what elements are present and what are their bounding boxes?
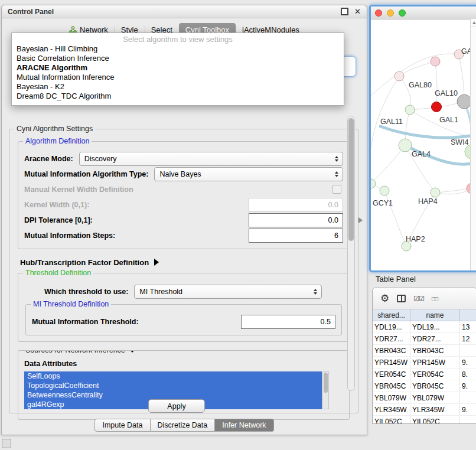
- settings-scrollbar[interactable]: [347, 116, 355, 391]
- table-cell[interactable]: YBL079W: [373, 392, 410, 403]
- table-cell[interactable]: 13: [460, 321, 476, 332]
- table-row[interactable]: YBR043C YBR043C: [373, 345, 476, 357]
- table-cell[interactable]: YIL052C: [373, 416, 410, 424]
- table-cell[interactable]: YBR043C: [373, 345, 410, 356]
- aracne-mode-label: Aracne Mode:: [24, 155, 73, 163]
- table-row[interactable]: YDL19... YDL19... 13: [373, 321, 476, 333]
- collapse-arrow-icon[interactable]: [129, 350, 136, 353]
- network-node[interactable]: [405, 105, 415, 115]
- hub-definition-section[interactable]: Hub/Transcription Factor Definition: [20, 257, 351, 267]
- mi-threshold-input[interactable]: 0.5: [241, 315, 335, 329]
- kernel-width-input[interactable]: 0.0: [249, 198, 343, 212]
- which-threshold-select[interactable]: MI Threshold: [134, 285, 322, 299]
- table-settings-gear-icon[interactable]: ⚙: [380, 294, 389, 304]
- column-selector-icon[interactable]: [397, 295, 406, 302]
- table-row[interactable]: YPR145W YPR145W 9.: [373, 357, 476, 369]
- table-cell[interactable]: [460, 392, 476, 403]
- table-cell[interactable]: 8.: [460, 369, 476, 380]
- combo-value: Naive Bayes: [159, 170, 201, 178]
- control-panel-titlebar[interactable]: Control Panel ✕: [2, 5, 367, 18]
- table-cell[interactable]: [460, 345, 476, 356]
- table-cell[interactable]: YDL19...: [373, 321, 410, 332]
- control-panel-window: Control Panel ✕ Network Style Select: [1, 5, 367, 435]
- table-row[interactable]: YBL079W YBL079W: [373, 392, 476, 404]
- table-panel-title: Table Panel: [376, 275, 416, 283]
- scrollbar-thumb[interactable]: [348, 118, 354, 241]
- expand-arrow-icon[interactable]: [154, 259, 159, 266]
- table-cell[interactable]: YBR045C: [410, 380, 460, 392]
- attribute-item[interactable]: BetweennessCentrality: [24, 390, 322, 400]
- column-header-shared[interactable]: shared...: [373, 309, 410, 321]
- table-cell[interactable]: YER054C: [373, 369, 410, 380]
- select-all-icon[interactable]: ☑☑: [413, 295, 424, 302]
- sources-group-title[interactable]: Sources for Network Inference: [23, 350, 138, 354]
- table-cell[interactable]: YIL052C: [410, 416, 460, 424]
- dropdown-item-basic-correlation[interactable]: Basic Correlation Inference: [12, 54, 344, 63]
- dropdown-item-bayesian-hill-climbing[interactable]: Bayesian - Hill Climbing: [12, 44, 344, 54]
- window-title: Control Panel: [8, 8, 54, 16]
- table-cell[interactable]: YLR345W: [410, 404, 460, 415]
- scrollbar-thumb[interactable]: [324, 373, 328, 393]
- field-value: 6: [334, 231, 338, 240]
- splitter-handle[interactable]: [358, 217, 363, 223]
- table-row[interactable]: YLR345W YLR345W 9.: [373, 404, 476, 416]
- dropdown-item-bayesian-k2[interactable]: Bayesian - K2: [12, 82, 344, 92]
- close-traffic-light-icon[interactable]: [375, 9, 382, 17]
- network-node[interactable]: [371, 179, 376, 188]
- table-row[interactable]: YIL052C YIL052C: [373, 416, 476, 424]
- table-row[interactable]: YBR045C YBR045C 9.: [373, 380, 476, 392]
- attribute-item[interactable]: SelfLoops: [24, 371, 322, 381]
- apply-button[interactable]: Apply: [148, 399, 205, 413]
- minimize-traffic-light-icon[interactable]: [387, 9, 394, 17]
- network-node-selected-red[interactable]: [432, 102, 442, 112]
- network-canvas[interactable]: GAL GAL80 GAL10 GAL11 GAL1 SWI4 GAL4 GCY…: [371, 19, 474, 267]
- tab-impute-data[interactable]: Impute Data: [94, 419, 150, 432]
- network-node[interactable]: [399, 139, 412, 152]
- table-cell[interactable]: 12: [460, 333, 476, 344]
- network-node[interactable]: [431, 188, 440, 197]
- network-node-gal10[interactable]: [457, 94, 471, 109]
- scroll-up-button[interactable]: [471, 19, 476, 27]
- close-icon[interactable]: ✕: [354, 8, 361, 15]
- table-cell[interactable]: [460, 416, 476, 424]
- table-cell[interactable]: 9.: [460, 380, 476, 392]
- dropdown-item-mutual-information[interactable]: Mutual Information Inference: [12, 73, 344, 82]
- mi-steps-input[interactable]: 6: [249, 229, 343, 243]
- aracne-mode-select[interactable]: Discovery: [79, 152, 343, 166]
- network-window-titlebar[interactable]: [371, 6, 476, 19]
- table-cell[interactable]: YDR27...: [410, 333, 460, 344]
- zoom-traffic-light-icon[interactable]: [399, 9, 406, 17]
- dropdown-item-aracne[interactable]: ARACNE Algorithm: [12, 63, 344, 73]
- network-node[interactable]: [395, 71, 404, 81]
- table-cell[interactable]: YPR145W: [410, 357, 460, 368]
- dpi-tolerance-input[interactable]: 0.0: [249, 213, 343, 227]
- column-header-partial[interactable]: [460, 309, 476, 321]
- float-window-icon[interactable]: [341, 8, 348, 15]
- table-row[interactable]: YDR27... YDR27... 12: [373, 333, 476, 345]
- dropdown-item-dream8[interactable]: Dream8 DC_TDC Algorithm: [12, 92, 344, 101]
- table-cell[interactable]: 9.: [460, 404, 476, 415]
- table-cell[interactable]: YDL19...: [410, 321, 460, 332]
- combo-value: Discovery: [84, 155, 117, 163]
- manual-kernel-checkbox[interactable]: [332, 185, 341, 194]
- network-node[interactable]: [380, 186, 389, 195]
- table-cell[interactable]: YBR045C: [373, 380, 410, 392]
- network-scrollbar[interactable]: [470, 19, 476, 270]
- attribute-item[interactable]: TopologicalCoefficient: [24, 381, 322, 390]
- network-node[interactable]: [431, 57, 440, 66]
- table-cell[interactable]: YPR145W: [373, 357, 410, 368]
- table-cell[interactable]: YBR043C: [410, 345, 460, 356]
- table-row[interactable]: YER054C YER054C 8.: [373, 369, 476, 380]
- field-value: 0.0: [328, 216, 338, 224]
- table-cell[interactable]: 9.: [460, 357, 476, 368]
- deselect-all-icon[interactable]: □□: [432, 295, 438, 302]
- table-cell[interactable]: YER054C: [410, 369, 460, 380]
- mi-type-select[interactable]: Naive Bayes: [154, 167, 343, 181]
- docked-panel-icon[interactable]: [2, 439, 11, 448]
- table-cell[interactable]: YLR345W: [373, 404, 410, 415]
- tab-discretize-data[interactable]: Discretize Data: [151, 419, 216, 432]
- column-header-name[interactable]: name: [410, 309, 460, 321]
- table-cell[interactable]: YDR27...: [373, 333, 410, 344]
- table-cell[interactable]: YBL079W: [410, 392, 460, 403]
- tab-infer-network[interactable]: Infer Network: [215, 419, 273, 432]
